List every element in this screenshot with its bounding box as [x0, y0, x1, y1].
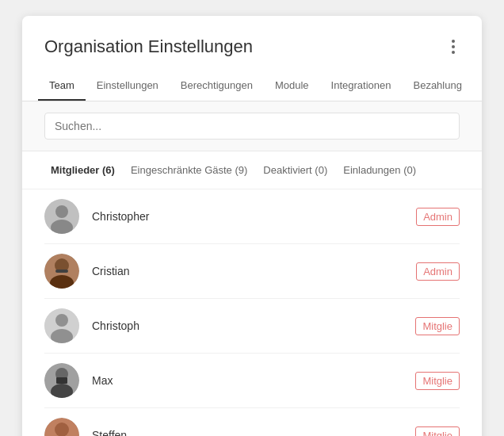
tab-berechtigungen[interactable]: Berechtigungen: [170, 71, 264, 101]
svg-rect-13: [56, 377, 67, 384]
nav-tabs: Team Einstellungen Berechtigungen Module…: [22, 71, 482, 101]
member-name: Cristian: [92, 265, 416, 277]
avatar: [44, 363, 79, 398]
page-title: Organisation Einstellungen: [44, 36, 253, 57]
filter-tab-deaktiviert[interactable]: Deaktiviert (0): [257, 161, 334, 179]
settings-card: Organisation Einstellungen Team Einstell…: [22, 16, 482, 436]
avatar: [44, 199, 79, 234]
filter-tab-gaeste[interactable]: Eingeschränkte Gäste (9): [124, 161, 254, 179]
member-role: Admin: [416, 262, 460, 281]
member-role: Mitglie: [415, 372, 460, 390]
member-name: Christoph: [92, 319, 415, 332]
tab-bezahlung[interactable]: Bezahlung: [402, 71, 472, 101]
tab-module[interactable]: Module: [264, 71, 320, 101]
avatar: [44, 254, 79, 289]
member-role: Admin: [416, 208, 460, 226]
list-item: Cristian Admin: [44, 244, 460, 299]
list-item: Christoph Mitglie: [44, 299, 460, 354]
tab-einstellungen[interactable]: Einstellungen: [86, 71, 170, 101]
filter-tab-mitglieder[interactable]: Mitglieder (6): [44, 161, 121, 179]
filter-tabs: Mitglieder (6) Eingeschränkte Gäste (9) …: [22, 151, 482, 189]
search-bar: [22, 101, 482, 151]
member-list: Christopher Admin Cristian Admin: [22, 189, 482, 436]
tab-team[interactable]: Team: [38, 71, 86, 101]
svg-point-1: [55, 205, 68, 218]
tab-integrationen[interactable]: Integrationen: [320, 71, 403, 101]
list-item: Steffen Mitglie: [44, 408, 460, 436]
member-name: Steffen: [92, 429, 415, 436]
member-name: Christopher: [92, 210, 416, 223]
member-name: Max: [92, 374, 415, 387]
more-options-button[interactable]: [447, 35, 460, 59]
card-header: Organisation Einstellungen: [22, 16, 482, 71]
list-item: Max Mitglie: [44, 354, 460, 408]
list-item: Christopher Admin: [44, 189, 460, 244]
member-role: Mitglie: [415, 317, 460, 335]
filter-tab-einladungen[interactable]: Einladungen (0): [337, 161, 422, 179]
three-dots-icon: [452, 40, 455, 54]
svg-rect-6: [55, 270, 68, 273]
avatar: [44, 418, 79, 436]
svg-point-8: [55, 314, 68, 327]
member-role: Mitglie: [415, 426, 460, 437]
search-input[interactable]: [44, 113, 460, 140]
avatar: [44, 308, 79, 343]
